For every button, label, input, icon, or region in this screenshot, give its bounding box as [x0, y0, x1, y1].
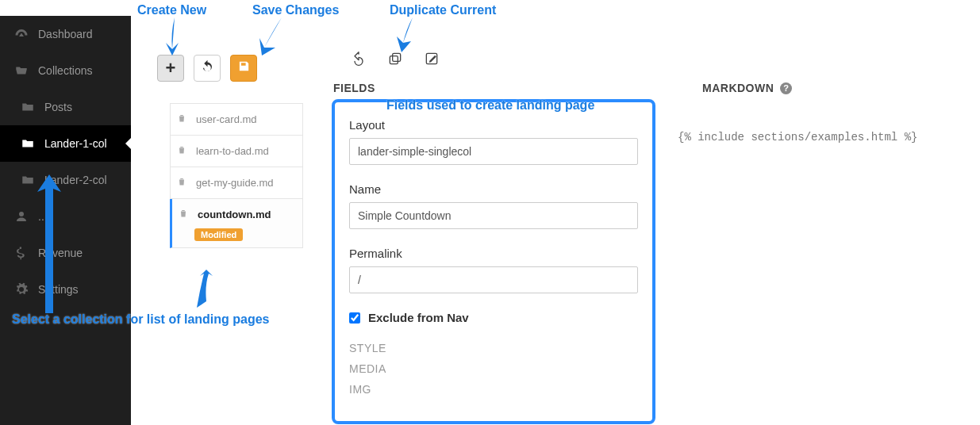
arrow-file-list	[190, 270, 214, 316]
markdown-content[interactable]: {% include sections/examples.html %}	[678, 131, 917, 144]
gear-icon	[14, 282, 29, 297]
duplicate-icon	[387, 51, 403, 67]
exclude-label: Exclude from Nav	[368, 311, 469, 324]
nav-label: Revenue	[38, 247, 83, 259]
media-section[interactable]: MEDIA	[349, 362, 638, 375]
edit-icon	[424, 51, 440, 67]
fields-panel: Layout Name Permalink Exclude from Nav S…	[332, 99, 655, 424]
markdown-heading: MARKDOWN ?	[702, 82, 792, 94]
nav-collections[interactable]: Collections	[0, 52, 131, 89]
nav-revenue[interactable]: Revenue	[0, 235, 131, 271]
permalink-input[interactable]	[349, 266, 638, 293]
exclude-checkbox[interactable]	[349, 312, 360, 324]
nav-label: Dashboard	[38, 28, 93, 40]
nav-users[interactable]: ...s	[0, 198, 131, 235]
revert-button[interactable]	[194, 55, 221, 82]
trash-icon[interactable]	[177, 113, 188, 125]
trash-icon[interactable]	[179, 209, 190, 220]
arrow-save-changes	[258, 17, 290, 59]
folder-icon	[21, 173, 35, 187]
nav-posts[interactable]: Posts	[0, 89, 131, 125]
save-button[interactable]	[230, 55, 257, 82]
nav-dashboard[interactable]: Dashboard	[0, 16, 131, 52]
file-item[interactable]: get-my-guide.md	[170, 167, 303, 199]
nav-settings[interactable]: Settings	[0, 271, 131, 308]
undo-button[interactable]	[349, 49, 368, 68]
ann-create-new: Create New	[137, 3, 206, 17]
nav-label: ...s	[38, 210, 53, 223]
style-section[interactable]: STYLE	[349, 342, 638, 354]
trash-icon[interactable]	[177, 145, 188, 157]
exclude-row[interactable]: Exclude from Nav	[349, 311, 638, 324]
ann-duplicate-current: Duplicate Current	[390, 3, 496, 17]
save-icon	[237, 59, 251, 77]
nav-lander-2-col[interactable]: Lander-2-col	[0, 162, 131, 198]
file-name: get-my-guide.md	[196, 177, 274, 189]
folder-open-icon	[14, 63, 29, 78]
user-icon	[14, 209, 29, 224]
file-name: countdown.md	[198, 209, 271, 220]
fields-heading: FIELDS	[333, 82, 375, 94]
folder-icon	[21, 136, 35, 151]
layout-label: Layout	[349, 118, 638, 132]
file-item[interactable]: user-card.md	[170, 104, 303, 136]
nav-lander-1-col[interactable]: Lander-1-col	[0, 125, 131, 162]
ann-save-changes: Save Changes	[252, 3, 339, 17]
toolbar: +	[157, 55, 257, 82]
svg-rect-1	[393, 53, 401, 61]
sidebar: Dashboard Collections Posts Lander-1-col…	[0, 16, 131, 425]
create-new-button[interactable]: +	[157, 55, 184, 82]
file-list: user-card.md learn-to-dad.md get-my-guid…	[170, 103, 303, 248]
duplicate-button[interactable]	[386, 49, 405, 68]
name-input[interactable]	[349, 202, 638, 229]
plus-icon: +	[166, 58, 176, 78]
nav-label: Posts	[44, 101, 72, 113]
nav-label: Lander-2-col	[44, 174, 107, 186]
layout-input[interactable]	[349, 138, 638, 165]
permalink-label: Permalink	[349, 247, 638, 260]
file-name: user-card.md	[196, 113, 257, 125]
undo-icon	[201, 59, 214, 77]
modified-badge: Modified	[194, 228, 243, 241]
arrow-create-new	[163, 17, 186, 59]
dollar-icon	[14, 246, 29, 260]
img-section[interactable]: IMG	[349, 383, 638, 396]
file-item-active[interactable]: countdown.md Modified	[170, 199, 303, 248]
folder-icon	[21, 100, 35, 114]
nav-label: Lander-1-col	[44, 137, 107, 150]
file-name: learn-to-dad.md	[196, 145, 269, 157]
trash-icon[interactable]	[177, 177, 188, 189]
nav-label: Collections	[38, 64, 92, 77]
help-icon[interactable]: ?	[780, 82, 792, 94]
undo-icon	[351, 51, 367, 67]
svg-rect-0	[390, 56, 398, 64]
edit-button[interactable]	[422, 49, 441, 68]
secondary-toolbar	[349, 49, 441, 68]
file-item[interactable]: learn-to-dad.md	[170, 136, 303, 167]
gauge-icon	[14, 27, 29, 41]
nav-label: Settings	[38, 283, 79, 296]
name-label: Name	[349, 182, 638, 196]
